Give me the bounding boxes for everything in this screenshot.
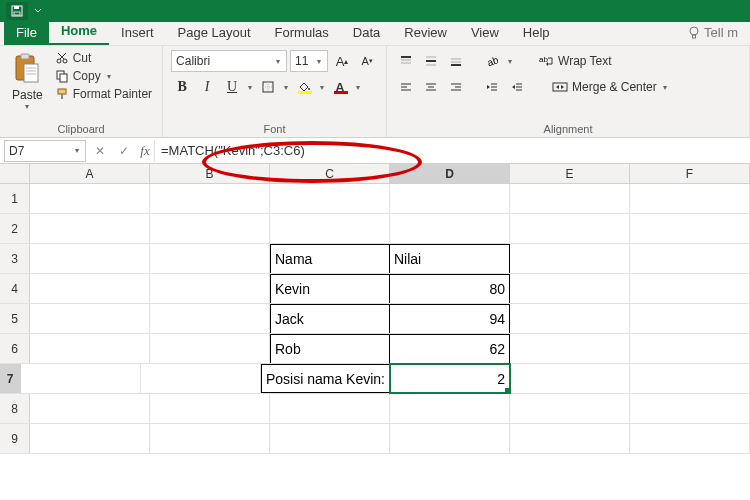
col-header-f[interactable]: F bbox=[630, 164, 750, 183]
cell[interactable]: Nilai bbox=[390, 244, 510, 273]
tab-insert[interactable]: Insert bbox=[109, 21, 166, 45]
paste-button[interactable]: Paste ▾ bbox=[8, 50, 47, 113]
cell[interactable] bbox=[630, 424, 750, 453]
col-header-d[interactable]: D bbox=[390, 164, 510, 183]
cell[interactable] bbox=[270, 184, 390, 213]
fx-icon[interactable]: fx bbox=[136, 143, 154, 159]
cell[interactable] bbox=[630, 394, 750, 423]
underline-button[interactable]: U bbox=[221, 76, 243, 98]
format-painter-button[interactable]: Format Painter bbox=[53, 86, 154, 102]
tab-page-layout[interactable]: Page Layout bbox=[166, 21, 263, 45]
cell[interactable] bbox=[630, 244, 750, 273]
orientation-button[interactable]: ab bbox=[481, 50, 503, 72]
cell[interactable] bbox=[270, 214, 390, 243]
col-header-e[interactable]: E bbox=[510, 164, 630, 183]
row-header[interactable]: 1 bbox=[0, 184, 30, 213]
cell[interactable] bbox=[510, 304, 630, 333]
chevron-down-icon[interactable]: ▾ bbox=[354, 83, 362, 92]
cell[interactable] bbox=[150, 274, 270, 303]
cell[interactable] bbox=[510, 424, 630, 453]
cell[interactable] bbox=[390, 394, 510, 423]
cell[interactable] bbox=[150, 184, 270, 213]
border-button[interactable] bbox=[257, 76, 279, 98]
align-right-button[interactable] bbox=[445, 76, 467, 98]
cell[interactable] bbox=[30, 424, 150, 453]
select-all-corner[interactable] bbox=[0, 164, 30, 183]
cell[interactable] bbox=[630, 274, 750, 303]
cell[interactable]: 94 bbox=[390, 304, 510, 333]
increase-indent-button[interactable] bbox=[506, 76, 528, 98]
font-name-select[interactable]: Calibri ▾ bbox=[171, 50, 287, 72]
cell[interactable] bbox=[510, 334, 630, 363]
formula-bar[interactable]: =MATCH("Kevin";C3:C6) bbox=[154, 140, 750, 162]
wrap-text-button[interactable]: ab Wrap Text bbox=[534, 53, 616, 69]
tell-me[interactable]: Tell m bbox=[676, 21, 750, 45]
fx-enter-button[interactable]: ✓ bbox=[112, 140, 136, 162]
align-top-button[interactable] bbox=[395, 50, 417, 72]
cell[interactable] bbox=[630, 184, 750, 213]
cell[interactable] bbox=[141, 364, 261, 393]
cell[interactable] bbox=[390, 424, 510, 453]
tab-file[interactable]: File bbox=[4, 21, 49, 45]
cell[interactable] bbox=[270, 394, 390, 423]
col-header-c[interactable]: C bbox=[270, 164, 390, 183]
cell[interactable] bbox=[21, 364, 141, 393]
cell[interactable] bbox=[30, 304, 150, 333]
decrease-font-button[interactable]: A▾ bbox=[356, 50, 378, 72]
align-bottom-button[interactable] bbox=[445, 50, 467, 72]
cell[interactable] bbox=[630, 334, 750, 363]
cell[interactable] bbox=[510, 184, 630, 213]
font-color-button[interactable]: A bbox=[329, 76, 351, 98]
fill-color-button[interactable] bbox=[293, 76, 315, 98]
cell[interactable]: Nama bbox=[270, 244, 390, 273]
cell-selected[interactable]: 2 bbox=[390, 364, 510, 393]
row-header[interactable]: 7 bbox=[0, 364, 21, 393]
cell[interactable]: 62 bbox=[390, 334, 510, 363]
cell[interactable]: 80 bbox=[390, 274, 510, 303]
cell[interactable] bbox=[630, 214, 750, 243]
cell[interactable] bbox=[150, 304, 270, 333]
cell[interactable] bbox=[30, 244, 150, 273]
cell[interactable] bbox=[390, 184, 510, 213]
increase-font-button[interactable]: A▴ bbox=[331, 50, 353, 72]
cell[interactable] bbox=[390, 214, 510, 243]
tab-formulas[interactable]: Formulas bbox=[263, 21, 341, 45]
cell[interactable]: Kevin bbox=[270, 274, 390, 303]
copy-button[interactable]: Copy ▾ bbox=[53, 68, 154, 84]
cell[interactable]: Rob bbox=[270, 334, 390, 363]
cell[interactable] bbox=[630, 364, 750, 393]
cell[interactable] bbox=[510, 274, 630, 303]
chevron-down-icon[interactable]: ▾ bbox=[506, 57, 514, 66]
cell[interactable] bbox=[510, 364, 630, 393]
merge-center-button[interactable]: Merge & Center ▾ bbox=[548, 79, 673, 95]
cell[interactable] bbox=[150, 334, 270, 363]
cut-button[interactable]: Cut bbox=[53, 50, 154, 66]
tab-home[interactable]: Home bbox=[49, 19, 109, 45]
row-header[interactable]: 8 bbox=[0, 394, 30, 423]
bold-button[interactable]: B bbox=[171, 76, 193, 98]
cell[interactable] bbox=[150, 244, 270, 273]
cell[interactable] bbox=[270, 424, 390, 453]
cell[interactable] bbox=[30, 184, 150, 213]
row-header[interactable]: 6 bbox=[0, 334, 30, 363]
name-box[interactable]: D7 ▾ bbox=[4, 140, 86, 162]
chevron-down-icon[interactable]: ▾ bbox=[318, 83, 326, 92]
fx-cancel-button[interactable]: ✕ bbox=[88, 140, 112, 162]
cell[interactable] bbox=[630, 304, 750, 333]
cell[interactable] bbox=[30, 274, 150, 303]
row-header[interactable]: 3 bbox=[0, 244, 30, 273]
tab-view[interactable]: View bbox=[459, 21, 511, 45]
decrease-indent-button[interactable] bbox=[481, 76, 503, 98]
row-header[interactable]: 4 bbox=[0, 274, 30, 303]
tab-review[interactable]: Review bbox=[392, 21, 459, 45]
row-header[interactable]: 5 bbox=[0, 304, 30, 333]
tab-help[interactable]: Help bbox=[511, 21, 562, 45]
chevron-down-icon[interactable]: ▾ bbox=[282, 83, 290, 92]
qat-dropdown[interactable] bbox=[32, 2, 44, 20]
row-header[interactable]: 9 bbox=[0, 424, 30, 453]
row-header[interactable]: 2 bbox=[0, 214, 30, 243]
save-button[interactable] bbox=[6, 2, 28, 20]
tab-data[interactable]: Data bbox=[341, 21, 392, 45]
cell[interactable] bbox=[30, 394, 150, 423]
cell[interactable] bbox=[510, 244, 630, 273]
